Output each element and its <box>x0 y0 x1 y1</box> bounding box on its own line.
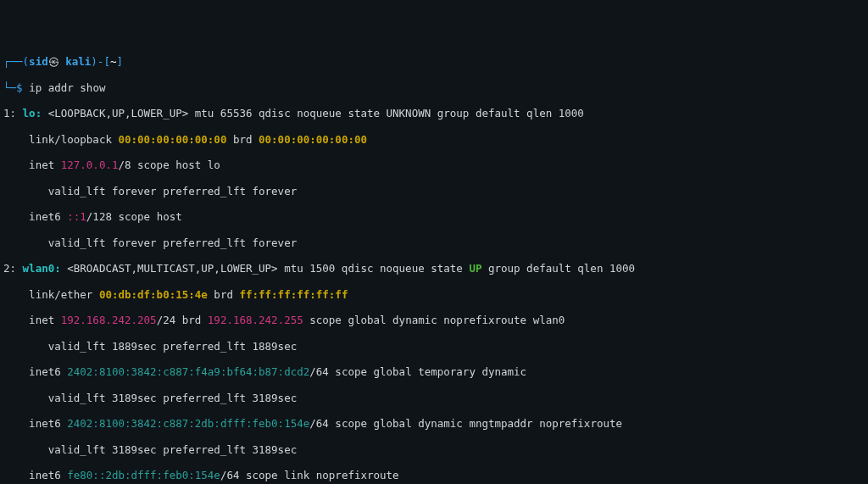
wlan-link: link/ether 00:db:df:b0:15:4e brd ff:ff:f… <box>0 288 865 301</box>
wlan-inet: inet 192.168.242.205/24 brd 192.168.242.… <box>0 314 865 326</box>
lo-inet6: inet6 ::1/128 scope host <box>0 210 865 223</box>
lo-valid: valid_lft forever preferred_lft forever <box>0 185 865 197</box>
lo-inet: inet 127.0.0.1/8 scope host lo <box>0 159 865 171</box>
wlan-inet6-link: inet6 fe80::2db:dfff:feb0:154e/64 scope … <box>0 469 865 481</box>
wlan-inet6-global: inet6 2402:8100:3842:c887:2db:dfff:feb0:… <box>0 417 865 430</box>
prompt-bottom[interactable]: $ ip addr show <box>0 81 865 94</box>
wlan-valid2: valid_lft 3189sec preferred_lft 3189sec <box>0 392 865 404</box>
command-input[interactable]: ip addr show <box>29 81 105 94</box>
wlan-inet6-temp: inet6 2402:8100:3842:c887:f4a9:bf64:b87:… <box>0 365 865 378</box>
iface-wlan-header: 2: wlan0: <BROADCAST,MULTICAST,UP,LOWER_… <box>0 262 865 275</box>
lo-valid6: valid_lft forever preferred_lft forever <box>0 236 865 249</box>
wlan-valid3: valid_lft 3189sec preferred_lft 3189sec <box>0 443 865 456</box>
prompt-top: (sid㉿ kali)-[~] <box>0 55 865 68</box>
wlan-valid1: valid_lft 1889sec preferred_lft 1889sec <box>0 340 865 353</box>
iface-lo-header: 1: lo: <LOOPBACK,UP,LOWER_UP> mtu 65536 … <box>0 107 865 120</box>
lo-link: link/loopback 00:00:00:00:00:00 brd 00:0… <box>0 133 865 146</box>
